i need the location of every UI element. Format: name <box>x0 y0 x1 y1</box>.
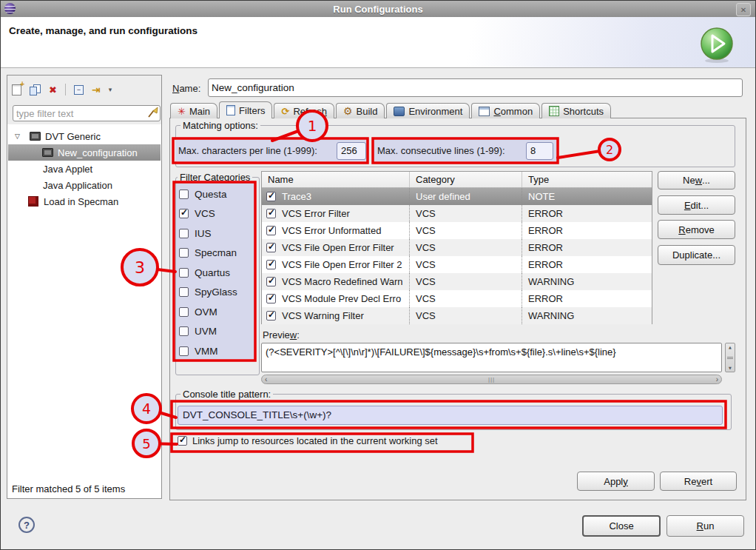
label-part: N <box>172 83 179 94</box>
quartus-checkbox[interactable] <box>179 268 189 278</box>
spyglass-checkbox[interactable] <box>179 287 189 297</box>
tab-environment[interactable]: Environment <box>386 103 470 118</box>
vcs-checkbox[interactable] <box>179 209 189 218</box>
tab-shortcuts[interactable]: Shortcuts <box>541 103 611 118</box>
duplicate-filter-button[interactable]: Duplicate... <box>658 245 735 265</box>
category-item-ius[interactable]: IUS <box>179 225 212 241</box>
row-checkbox[interactable] <box>266 209 276 218</box>
filters-tab-icon <box>226 105 235 115</box>
filters-table: Name Category Type Trace3 User defined N… <box>261 171 652 324</box>
tree-item-new-configuration[interactable]: New_configuration <box>8 144 161 161</box>
scrollbar-grip[interactable]: ||| <box>488 376 495 383</box>
help-button[interactable]: ? <box>18 517 35 533</box>
duplicate-launch-configuration-icon[interactable] <box>30 84 41 95</box>
build-tab-icon: ⚙ <box>343 105 353 117</box>
tab-main[interactable]: ✳ Main <box>170 103 217 118</box>
category-item-specman[interactable]: Specman <box>179 244 237 261</box>
table-row[interactable]: Trace3 User defined NOTE <box>262 188 652 205</box>
tab-build[interactable]: ⚙ Build <box>336 103 385 118</box>
vmm-checkbox[interactable] <box>179 346 189 356</box>
links-jump-checkbox[interactable] <box>178 436 187 446</box>
tree-item-label: New_configuration <box>58 147 138 158</box>
category-item-ovm[interactable]: OVM <box>179 303 217 320</box>
label-part: Filters <box>239 105 265 116</box>
filter-launch-configurations-icon[interactable]: ⇥ <box>92 84 101 95</box>
category-item-vmm[interactable]: VMM <box>179 343 218 359</box>
uvm-checkbox[interactable] <box>179 326 189 336</box>
scroll-down-icon[interactable]: ▼ <box>729 366 732 370</box>
configuration-name-input[interactable] <box>208 78 743 97</box>
scroll-left-icon[interactable]: ‹ <box>265 376 267 383</box>
row-checkbox[interactable] <box>266 260 276 269</box>
tree-item-dvt-generic[interactable]: ▽ DVT Generic <box>8 128 161 144</box>
collapse-all-icon[interactable]: − <box>74 85 84 95</box>
revert-button[interactable]: Revert <box>660 472 737 491</box>
scrollbar-grip[interactable] <box>727 357 733 359</box>
questa-checkbox[interactable] <box>179 190 189 199</box>
scroll-up-icon[interactable]: ▲ <box>729 345 732 349</box>
run-button[interactable]: Run <box>666 515 744 537</box>
clear-filter-broom-icon[interactable] <box>146 107 158 118</box>
tree-item-java-applet[interactable]: Java Applet <box>8 161 161 177</box>
category-item-quartus[interactable]: Quartus <box>179 264 230 281</box>
category-item-uvm[interactable]: UVM <box>179 323 217 339</box>
column-header-type[interactable]: Type <box>522 172 652 187</box>
row-checkbox[interactable] <box>266 226 276 235</box>
category-item-questa[interactable]: Questa <box>179 186 227 202</box>
table-row[interactable]: VCS Macro Redefined Warn VCS WARNING <box>262 273 652 290</box>
links-jump-option[interactable]: Links jump to resources located in the c… <box>178 435 438 446</box>
filter-name: VCS File Open Error Filter <box>282 242 394 253</box>
ius-checkbox[interactable] <box>179 229 189 238</box>
tree-filter-input[interactable] <box>13 105 161 121</box>
remove-filter-button[interactable]: Remove <box>658 220 735 239</box>
filter-category: VCS <box>410 273 522 290</box>
expander-down-icon[interactable]: ▽ <box>15 133 20 140</box>
window-close-button[interactable]: ✕ <box>736 3 751 16</box>
label-part: Refre <box>293 106 317 117</box>
titlebar[interactable]: Run Configurations ✕ <box>1 1 755 17</box>
label-part: Previe <box>263 329 290 341</box>
console-title-pattern-input[interactable]: DVT_CONSOLE_TITLE\s+(\w+)? <box>178 406 723 425</box>
tree-item-java-application[interactable]: Java Application <box>8 177 161 193</box>
column-header-category[interactable]: Category <box>410 172 522 187</box>
row-checkbox[interactable] <box>266 294 276 303</box>
table-row[interactable]: VCS Error Filter VCS ERROR <box>262 205 652 222</box>
row-checkbox[interactable] <box>266 192 276 201</box>
apply-button[interactable]: Apply <box>577 472 655 491</box>
edit-filter-button[interactable]: Edit... <box>658 195 735 215</box>
row-checkbox[interactable] <box>266 243 276 252</box>
category-item-vcs[interactable]: VCS <box>179 205 215 221</box>
tab-common[interactable]: Common <box>471 103 540 118</box>
new-launch-configuration-icon[interactable]: + <box>12 84 21 95</box>
max-lines-input[interactable]: 8 <box>526 142 553 160</box>
filter-type: WARNING <box>522 307 652 324</box>
delete-launch-configuration-icon[interactable]: ✖ <box>49 84 57 95</box>
toolbar-menu-chevron-icon[interactable]: ▾ <box>109 86 112 93</box>
ovm-checkbox[interactable] <box>179 307 189 317</box>
max-chars-input[interactable]: 256 <box>337 142 366 160</box>
category-item-spyglass[interactable]: SpyGlass <box>179 284 237 300</box>
scroll-right-icon[interactable]: › <box>716 376 718 383</box>
tree-item-load-in-specman[interactable]: Load in Specman <box>8 193 161 209</box>
table-row[interactable]: VCS Warning Filter VCS WARNING <box>262 307 652 324</box>
tab-refresh[interactable]: ⟳ Refresh <box>274 103 334 118</box>
label-part: : <box>297 329 300 341</box>
table-row[interactable]: VCS File Open Error Filter 2 VCS ERROR <box>262 256 652 273</box>
close-button[interactable]: Close <box>582 515 661 537</box>
row-checkbox[interactable] <box>266 277 276 286</box>
column-header-name[interactable]: Name <box>262 172 410 187</box>
filter-category: VCS <box>410 307 522 324</box>
preview-text-area[interactable]: (?<SEVERITY>[^\[\]\n\r]*)\[FAILURE\]${me… <box>261 343 722 372</box>
preview-vertical-scrollbar[interactable]: ▲ ▼ <box>725 343 735 372</box>
specman-checkbox[interactable] <box>179 248 189 258</box>
table-row[interactable]: VCS Module Prev Decl Erro VCS ERROR <box>262 290 652 307</box>
name-label: Name: <box>172 83 200 94</box>
table-row[interactable]: VCS File Open Error Filter VCS ERROR <box>262 239 652 256</box>
table-row[interactable]: VCS Error Unformatted VCS ERROR <box>262 222 652 239</box>
tab-filters[interactable]: Filters <box>219 101 272 118</box>
label-part: emove <box>686 224 715 235</box>
row-checkbox[interactable] <box>266 311 276 321</box>
label-part: E <box>684 200 691 211</box>
new-filter-button[interactable]: New... <box>658 171 735 190</box>
preview-horizontal-scrollbar[interactable]: ‹ ||| › <box>261 375 722 384</box>
